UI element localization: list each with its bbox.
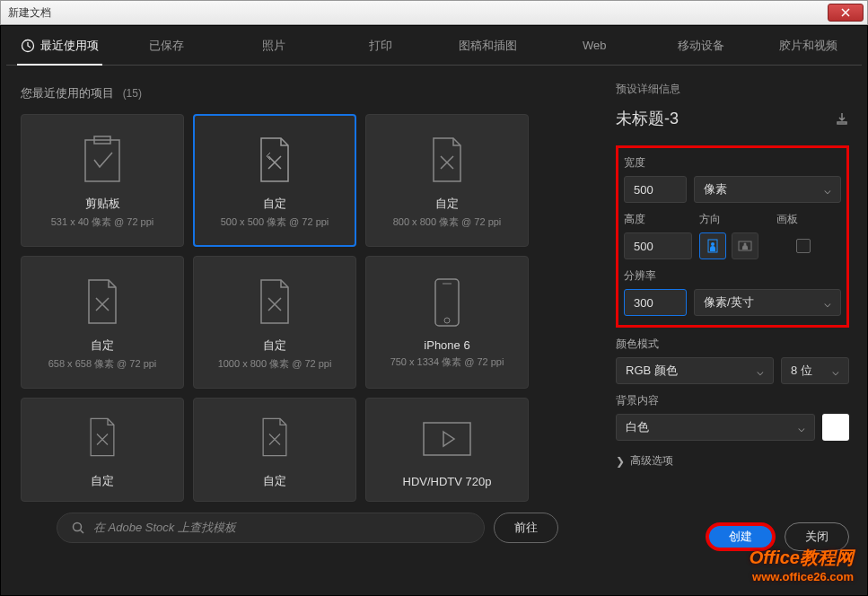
tab-saved[interactable]: 已保存	[113, 27, 220, 65]
presets-panel: 您最近使用的项目 (15) 剪贴板 531 x 40 像素 @ 72 ppi	[1, 66, 607, 595]
tab-film[interactable]: 胶片和视频	[755, 27, 862, 65]
preset-name: iPhone 6	[424, 338, 469, 352]
preset-hdv720p[interactable]: HDV/HDTV 720p	[365, 398, 529, 502]
background-value: 白色	[626, 419, 649, 435]
recent-subtitle: 您最近使用的项目 (15)	[21, 85, 594, 101]
color-mode-select[interactable]: RGB 颜色 ⌵	[616, 357, 774, 384]
search-icon	[72, 522, 84, 534]
document-icon	[84, 410, 120, 464]
preset-name: 自定	[263, 337, 286, 354]
close-button[interactable]: 关闭	[785, 522, 849, 551]
category-tabs: 最近使用项 已保存 照片 打印 图稿和插图 Web 移动设备 胶片和视频	[6, 26, 862, 66]
bit-depth-value: 8 位	[791, 363, 812, 379]
preset-name: 自定	[91, 473, 114, 489]
resolution-label: 分辨率	[624, 268, 841, 284]
close-icon	[841, 8, 850, 17]
preset-name: 剪贴板	[85, 196, 120, 212]
window-titlebar: 新建文档	[0, 0, 868, 25]
tab-photo[interactable]: 照片	[220, 27, 327, 65]
window-title: 新建文档	[4, 5, 51, 21]
landscape-icon	[738, 241, 752, 251]
tab-label: 图稿和插图	[459, 38, 517, 54]
width-unit-select[interactable]: 像素 ⌵	[694, 176, 841, 203]
svg-point-5	[74, 523, 82, 531]
resolution-input[interactable]: 300	[624, 289, 687, 316]
tab-print[interactable]: 打印	[327, 27, 434, 65]
background-label: 背景内容	[616, 393, 849, 408]
preset-spec: 750 x 1334 像素 @ 72 ppi	[390, 355, 504, 369]
tab-label: 最近使用项	[40, 38, 99, 54]
resolution-unit-select[interactable]: 像素/英寸 ⌵	[694, 289, 841, 316]
stock-search-input[interactable]: 在 Adobe Stock 上查找模板	[57, 513, 485, 543]
advanced-label: 高级选项	[630, 453, 673, 469]
height-input[interactable]: 500	[624, 232, 692, 259]
preset-custom-658[interactable]: 自定 658 x 658 像素 @ 72 ppi	[21, 256, 184, 389]
preset-name: 自定	[435, 196, 459, 212]
width-input[interactable]: 500	[624, 176, 687, 203]
subtitle-count: (15)	[123, 87, 142, 100]
create-button[interactable]: 创建	[706, 522, 776, 551]
preset-spec: 500 x 500 像素 @ 72 ppi	[221, 215, 329, 229]
background-color-swatch[interactable]	[822, 414, 849, 441]
svg-rect-1	[435, 279, 459, 326]
tab-label: 打印	[369, 38, 392, 54]
clipboard-icon	[82, 133, 123, 187]
document-icon	[426, 133, 468, 187]
clock-icon	[21, 39, 35, 53]
orientation-portrait-button[interactable]	[699, 232, 726, 259]
color-mode-label: 颜色模式	[616, 337, 849, 352]
tab-label: Web	[583, 39, 607, 52]
save-preset-icon[interactable]	[835, 111, 849, 126]
chevron-down-icon: ⌵	[832, 364, 839, 378]
portrait-icon	[707, 239, 718, 253]
chevron-right-icon: ❯	[616, 455, 625, 468]
document-icon	[254, 275, 295, 329]
details-panel: 预设详细信息 未标题-3 宽度 500 像素 ⌵ 高	[607, 66, 867, 595]
tab-label: 照片	[262, 38, 285, 54]
preset-iphone6[interactable]: iPhone 6 750 x 1334 像素 @ 72 ppi	[365, 256, 529, 389]
preset-name: 自定	[263, 196, 286, 212]
subtitle-text: 您最近使用的项目	[21, 86, 114, 100]
tab-label: 胶片和视频	[779, 38, 837, 54]
preset-name: 自定	[91, 337, 114, 354]
preset-custom-a[interactable]: 自定	[21, 398, 184, 502]
tab-artwork[interactable]: 图稿和插图	[434, 27, 541, 65]
tab-label: 移动设备	[678, 38, 724, 54]
resolution-value: 300	[634, 296, 653, 310]
unit-label: 像素	[704, 181, 727, 197]
preset-clipboard[interactable]: 剪贴板 531 x 40 像素 @ 72 ppi	[21, 114, 184, 247]
unit-label: 像素/英寸	[704, 294, 754, 311]
chevron-down-icon: ⌵	[824, 296, 831, 310]
height-label: 高度	[624, 212, 692, 227]
orientation-label: 方向	[699, 212, 769, 227]
color-mode-value: RGB 颜色	[626, 363, 678, 379]
preset-custom-b[interactable]: 自定	[193, 398, 356, 502]
width-value: 500	[634, 183, 653, 197]
tab-web[interactable]: Web	[541, 28, 648, 63]
svg-line-6	[81, 530, 84, 534]
preset-name: 自定	[263, 473, 286, 489]
svg-point-8	[711, 242, 715, 246]
preset-spec: 531 x 40 像素 @ 72 ppi	[51, 215, 154, 229]
bit-depth-select[interactable]: 8 位 ⌵	[781, 357, 849, 384]
tab-mobile[interactable]: 移动设备	[648, 27, 755, 65]
document-name[interactable]: 未标题-3	[616, 108, 679, 129]
preset-custom-1000[interactable]: 自定 1000 x 800 像素 @ 72 ppi	[193, 256, 356, 389]
video-icon	[420, 412, 474, 466]
preset-custom-500[interactable]: 自定 500 x 500 像素 @ 72 ppi	[193, 114, 356, 247]
stock-go-button[interactable]: 前往	[494, 513, 558, 543]
artboard-checkbox[interactable]	[796, 239, 811, 253]
preset-custom-800[interactable]: 自定 800 x 800 像素 @ 72 ppi	[365, 114, 529, 247]
orientation-landscape-button[interactable]	[732, 232, 758, 259]
create-label: 创建	[729, 529, 752, 545]
background-select[interactable]: 白色 ⌵	[616, 414, 815, 441]
advanced-options-toggle[interactable]: ❯ 高级选项	[616, 453, 849, 469]
tab-recent[interactable]: 最近使用项	[6, 27, 113, 65]
window-close-button[interactable]	[828, 4, 864, 22]
preset-spec: 800 x 800 像素 @ 72 ppi	[393, 215, 502, 229]
preset-spec: 658 x 658 像素 @ 72 ppi	[48, 357, 157, 371]
document-icon	[257, 410, 293, 464]
chevron-down-icon: ⌵	[757, 364, 764, 378]
document-icon	[82, 275, 123, 329]
dialog-body: 最近使用项 已保存 照片 打印 图稿和插图 Web 移动设备 胶片和视频 您最近…	[0, 25, 868, 596]
